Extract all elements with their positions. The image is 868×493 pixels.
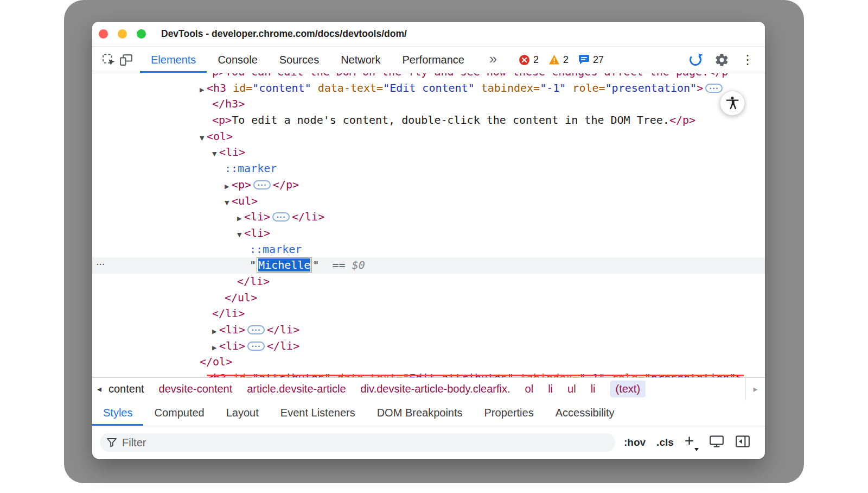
breadcrumb-item[interactable]: devsite-content xyxy=(159,383,233,395)
toggle-element-state-button[interactable]: :hov xyxy=(624,437,646,448)
expand-arrow-icon[interactable]: ▶ xyxy=(212,340,219,356)
dom-segment-tag: <li> xyxy=(244,210,270,223)
window-close-button[interactable] xyxy=(99,29,108,39)
collapse-arrow-icon[interactable]: ▼ xyxy=(225,195,232,211)
accessibility-overlay-button[interactable] xyxy=(720,91,745,116)
customize-devtools-button[interactable]: ⋮ xyxy=(739,51,756,68)
tab-sources[interactable]: Sources xyxy=(269,47,330,73)
dom-row-ul-open[interactable]: ▼<ul> xyxy=(92,193,765,210)
styles-filter-input[interactable] xyxy=(122,437,609,449)
breadcrumb-item[interactable]: (text) xyxy=(610,381,646,397)
expand-arrow-icon[interactable]: ▶ xyxy=(200,82,207,98)
kebab-menu-icon: ⋮ xyxy=(741,53,754,66)
dom-segment-eq: == xyxy=(319,258,352,271)
expand-arrow-icon[interactable]: ▶ xyxy=(200,372,207,377)
dom-row-ul-close[interactable]: </ul> xyxy=(92,290,765,306)
breadcrumb-item[interactable]: article.devsite-article xyxy=(247,383,346,395)
window-zoom-button[interactable] xyxy=(137,29,146,39)
sidebar-tab-layout[interactable]: Layout xyxy=(215,400,270,426)
sidebar-tab-dom-breakpoints[interactable]: DOM Breakpoints xyxy=(366,400,474,426)
dom-row-p-collapsed[interactable]: ▶<p>···</p> xyxy=(92,177,765,193)
dom-row-li-open-2[interactable]: ▼<li> xyxy=(92,225,765,242)
dom-row-clipped-bottom[interactable]: ▶<h3 id="attributes" data-text="Edit att… xyxy=(92,370,765,377)
tab-console[interactable]: Console xyxy=(207,47,268,73)
sidebar-tab-computed[interactable]: Computed xyxy=(143,400,215,426)
dom-row-ol-open[interactable]: ▼<ol> xyxy=(92,129,765,145)
breadcrumb-scroll-left-button[interactable]: ◂ xyxy=(92,378,106,400)
row-gutter-dots-icon: ⋯ xyxy=(96,256,105,273)
sidebar-panel-icon xyxy=(735,435,750,448)
inline-text-edit-box[interactable]: Michelle xyxy=(257,257,312,273)
sidebar-tab-accessibility[interactable]: Accessibility xyxy=(545,400,626,426)
breadcrumb-item[interactable]: li xyxy=(591,383,596,395)
new-style-rule-button[interactable]: + xyxy=(685,433,699,449)
dom-segment-pseudo: ::marker xyxy=(225,162,277,175)
dom-row-li-open-1[interactable]: ▼<li> xyxy=(92,144,765,161)
show-computed-sidebar-button[interactable] xyxy=(735,435,750,450)
devtools-window: DevTools - developer.chrome.com/docs/dev… xyxy=(92,22,765,459)
sidebar-tab-strip: StylesComputedLayoutEvent ListenersDOM B… xyxy=(92,400,765,426)
dom-row-p-intro[interactable]: <p>To edit a node's content, double-clic… xyxy=(92,112,765,129)
expand-arrow-icon[interactable]: ▶ xyxy=(212,324,219,340)
chevron-left-icon: ◂ xyxy=(97,384,101,394)
styles-filter-field[interactable] xyxy=(100,433,615,452)
breadcrumb-item[interactable]: ul xyxy=(567,383,576,395)
dom-row-li-close-1[interactable]: </li> xyxy=(92,306,765,322)
collapse-arrow-icon[interactable]: ▼ xyxy=(212,146,219,162)
inline-ellipsis-button[interactable]: ··· xyxy=(247,325,265,334)
collapse-arrow-icon[interactable]: ▼ xyxy=(200,130,207,147)
more-tabs-button[interactable]: » xyxy=(489,51,497,67)
panel-tab-strip: ElementsConsoleSourcesNetworkPerformance xyxy=(140,47,475,73)
tab-elements[interactable]: Elements xyxy=(140,47,207,73)
dom-row-marker-2[interactable]: ::marker xyxy=(92,242,765,258)
tab-performance[interactable]: Performance xyxy=(392,47,476,73)
element-classes-button[interactable]: .cls xyxy=(656,437,674,448)
dom-segment-tag: </li> xyxy=(292,210,324,223)
breadcrumb-item[interactable]: div.devsite-article-body.clearfix. xyxy=(361,383,510,395)
breadcrumb-scroll-right-button[interactable]: ▸ xyxy=(745,378,765,400)
dom-row-marker-1[interactable]: ::marker xyxy=(92,161,765,177)
breadcrumb-item[interactable]: content xyxy=(108,383,144,395)
dom-segment-pseudo: ::marker xyxy=(250,243,302,256)
dom-row-h3-content[interactable]: ▶<h3 id="content" data-text="Edit conten… xyxy=(92,80,765,97)
devtools-sync-button[interactable] xyxy=(687,51,704,68)
tab-network[interactable]: Network xyxy=(330,47,391,73)
toggle-device-toolbar-button[interactable] xyxy=(117,51,135,68)
expand-arrow-icon[interactable]: ▶ xyxy=(225,179,232,195)
dom-row-text-editing[interactable]: ⋯"Michelle" == $0 xyxy=(92,257,765,274)
sidebar-tab-event-listeners[interactable]: Event Listeners xyxy=(270,400,366,426)
inline-ellipsis-button[interactable]: ··· xyxy=(253,180,271,189)
inline-ellipsis-button[interactable]: ··· xyxy=(272,212,290,222)
dom-row-ol-close[interactable]: </ol> xyxy=(92,354,765,370)
window-minimize-button[interactable] xyxy=(118,29,127,39)
status-badges: 2 2 27 xyxy=(519,54,614,66)
inspect-element-button[interactable] xyxy=(100,51,117,68)
inline-ellipsis-button[interactable]: ··· xyxy=(247,342,265,351)
dom-row-li-collapsed-2[interactable]: ▶<li>···</li> xyxy=(92,322,765,338)
error-icon xyxy=(519,54,530,66)
collapse-arrow-icon[interactable]: ▼ xyxy=(237,227,244,243)
breadcrumb-item[interactable]: ol xyxy=(525,383,534,395)
rendering-emulations-button[interactable] xyxy=(709,434,724,451)
issues-badge[interactable]: 27 xyxy=(578,54,604,66)
breadcrumb-item[interactable]: li xyxy=(548,383,553,395)
dom-row-h3-close[interactable]: </h3> xyxy=(92,96,765,112)
console-warnings-badge[interactable]: 2 xyxy=(548,54,569,66)
inline-ellipsis-button[interactable]: ··· xyxy=(705,84,723,93)
sidebar-tab-styles[interactable]: Styles xyxy=(92,400,143,426)
dom-segment-val: "-1" xyxy=(540,81,566,94)
dom-row-li-close-2[interactable]: </li> xyxy=(92,274,765,290)
settings-button[interactable] xyxy=(713,51,730,68)
console-errors-badge[interactable]: 2 xyxy=(519,54,539,66)
dom-row-clipped-top[interactable]: p>You can edit the DOM on the fly and se… xyxy=(92,73,765,80)
dom-segment-attr: role= xyxy=(566,81,605,94)
sidebar-tab-properties[interactable]: Properties xyxy=(474,400,545,426)
plus-icon: + xyxy=(685,432,694,450)
dom-row-li-collapsed-1[interactable]: ▶<li>···</li> xyxy=(92,209,765,225)
dom-segment-text: To edit a node's content, double-click t… xyxy=(232,113,669,127)
dom-segment-tag: <li> xyxy=(219,339,245,352)
dom-segment-val: "content" xyxy=(252,81,311,94)
dom-segment-tag: <p> xyxy=(232,178,251,191)
expand-arrow-icon[interactable]: ▶ xyxy=(237,211,244,227)
dom-row-li-collapsed-3[interactable]: ▶<li>···</li> xyxy=(92,338,765,355)
